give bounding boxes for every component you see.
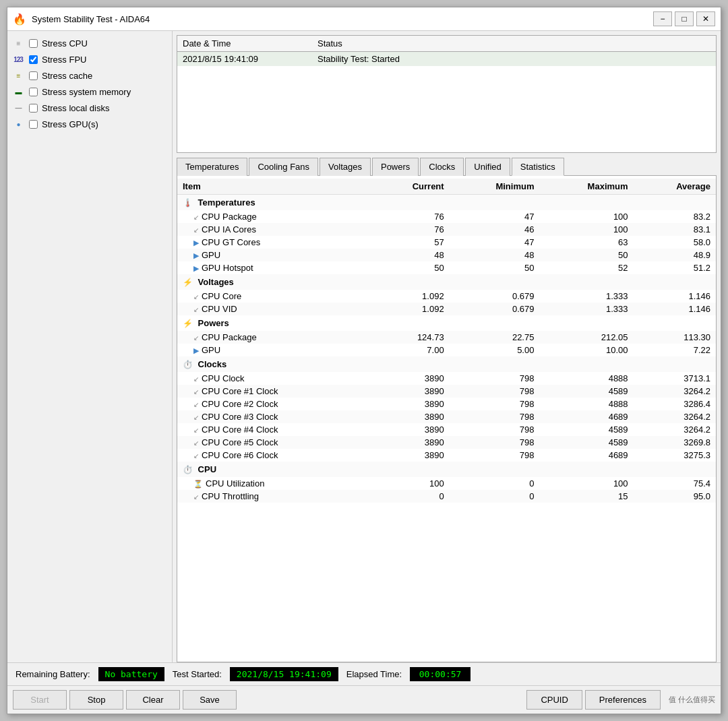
minimize-button[interactable]: − — [653, 11, 672, 26]
log-area: Date & Time Status 2021/8/15 19:41:09Sta… — [173, 31, 721, 153]
log-row: 2021/8/15 19:41:09Stability Test: Starte… — [177, 52, 716, 66]
row-maximum: 1.333 — [539, 303, 633, 315]
tab-statistics[interactable]: Statistics — [512, 158, 564, 176]
row-minimum: 798 — [450, 385, 540, 398]
table-row: ↙CPU Core #5 Clock389079845893269.8 — [177, 436, 716, 449]
row-maximum: 4888 — [539, 372, 633, 385]
row-item: ▶GPU — [177, 249, 371, 261]
checkbox-label-cache: Stress cache — [42, 71, 92, 81]
checkbox-item-fpu: 123Stress FPU — [11, 53, 168, 66]
row-average: 3269.8 — [634, 436, 716, 449]
row-item: ↙CPU Core #2 Clock — [177, 398, 371, 410]
row-maximum: 50 — [539, 249, 633, 261]
table-row: ↙CPU Package124.7322.75212.05113.30 — [177, 331, 716, 344]
section-title-voltages: ⚡ Voltages — [177, 274, 716, 290]
row-maximum: 4888 — [539, 398, 633, 410]
row-minimum: 50 — [450, 261, 540, 274]
row-current: 3890 — [371, 449, 449, 462]
checkbox-label-cpu: Stress CPU — [42, 38, 88, 49]
table-row: ▶GPU Hotspot50505251.2 — [177, 261, 716, 274]
maximize-button[interactable]: □ — [675, 11, 694, 26]
col-average: Average — [634, 179, 716, 195]
checkbox-label-disks: Stress local disks — [42, 103, 109, 113]
row-current: 48 — [371, 249, 449, 261]
clear-button[interactable]: Clear — [126, 690, 180, 710]
checkbox-item-memory: ▬Stress system memory — [11, 85, 168, 98]
table-row: ↙CPU Core #1 Clock389079845893264.2 — [177, 385, 716, 398]
col-minimum: Minimum — [450, 179, 540, 195]
checkbox-item-cpu: ≡Stress CPU — [11, 36, 168, 50]
tab-unified[interactable]: Unified — [465, 158, 510, 176]
checkbox-label-fpu: Stress FPU — [42, 55, 86, 65]
col-item: Item — [177, 179, 371, 195]
close-button[interactable]: ✕ — [696, 11, 715, 26]
row-minimum: 5.00 — [450, 344, 540, 356]
checkbox-icon-gpu: ● — [11, 119, 25, 129]
row-average: 51.2 — [634, 261, 716, 274]
row-average: 1.146 — [634, 303, 716, 315]
row-item: ↙CPU IA Cores — [177, 223, 371, 236]
row-average: 83.1 — [634, 223, 716, 236]
tab-clocks[interactable]: Clocks — [420, 158, 464, 176]
table-row: ↙CPU Core #2 Clock389079848883286.4 — [177, 398, 716, 410]
checkbox-icon-memory: ▬ — [11, 86, 25, 97]
row-maximum: 4589 — [539, 385, 633, 398]
row-item: ↙CPU Core #4 Clock — [177, 423, 371, 436]
checkbox-label-memory: Stress system memory — [42, 87, 131, 97]
tab-voltages[interactable]: Voltages — [320, 158, 371, 176]
app-icon: 🔥 — [13, 13, 26, 26]
row-item: ▶CPU GT Cores — [177, 236, 371, 249]
row-average: 83.2 — [634, 210, 716, 223]
section-header-cpu: ⏱️ CPU — [177, 462, 716, 477]
checkbox-memory[interactable] — [29, 88, 38, 96]
stop-button[interactable]: Stop — [69, 690, 123, 710]
row-maximum: 100 — [539, 223, 633, 236]
row-current: 0 — [371, 490, 449, 503]
table-row: ↙CPU Core #3 Clock389079846893264.2 — [177, 410, 716, 423]
save-button[interactable]: Save — [183, 690, 237, 710]
row-item: ▶GPU Hotspot — [177, 261, 371, 274]
table-row: ↙CPU Core #6 Clock389079846893275.3 — [177, 449, 716, 462]
row-current: 57 — [371, 236, 449, 249]
row-current: 100 — [371, 477, 449, 490]
row-maximum: 1.333 — [539, 290, 633, 303]
log-table-header: Date & Time Status — [177, 36, 716, 52]
row-average: 3286.4 — [634, 398, 716, 410]
row-maximum: 4589 — [539, 436, 633, 449]
row-minimum: 0 — [450, 477, 540, 490]
checkbox-fpu[interactable] — [29, 55, 38, 64]
row-minimum: 798 — [450, 449, 540, 462]
row-average: 95.0 — [634, 490, 716, 503]
row-average: 3264.2 — [634, 423, 716, 436]
checkbox-cpu[interactable] — [29, 39, 38, 48]
row-current: 3890 — [371, 398, 449, 410]
checkbox-disks[interactable] — [29, 104, 38, 113]
battery-value: No battery — [98, 667, 164, 681]
row-item: ↙CPU Package — [177, 210, 371, 223]
row-maximum: 63 — [539, 236, 633, 249]
tab-temperatures[interactable]: Temperatures — [177, 158, 247, 176]
cpuid-button[interactable]: CPUID — [526, 690, 582, 710]
tab-cooling-fans[interactable]: Cooling Fans — [249, 158, 318, 176]
start-button[interactable]: Start — [13, 690, 67, 710]
row-current: 3890 — [371, 436, 449, 449]
row-minimum: 798 — [450, 398, 540, 410]
row-maximum: 52 — [539, 261, 633, 274]
row-maximum: 15 — [539, 490, 633, 503]
log-cell-datetime: 2021/8/15 19:41:09 — [183, 54, 317, 64]
row-current: 3890 — [371, 385, 449, 398]
checkbox-gpu[interactable] — [29, 120, 38, 129]
statistics-table: Item Current Minimum Maximum Average 🌡️ … — [177, 179, 716, 503]
window-title: System Stability Test - AIDA64 — [32, 14, 150, 24]
title-bar-left: 🔥 System Stability Test - AIDA64 — [13, 13, 150, 26]
tab-powers[interactable]: Powers — [372, 158, 419, 176]
preferences-button[interactable]: Preferences — [585, 690, 661, 710]
row-maximum: 4689 — [539, 449, 633, 462]
window-controls: − □ ✕ — [653, 11, 715, 26]
row-minimum: 798 — [450, 423, 540, 436]
row-average: 3275.3 — [634, 449, 716, 462]
checkbox-cache[interactable] — [29, 71, 38, 80]
checkbox-item-disks: —Stress local disks — [11, 101, 168, 115]
stats-header-row: Item Current Minimum Maximum Average — [177, 179, 716, 195]
row-item: ↙CPU Core — [177, 290, 371, 303]
